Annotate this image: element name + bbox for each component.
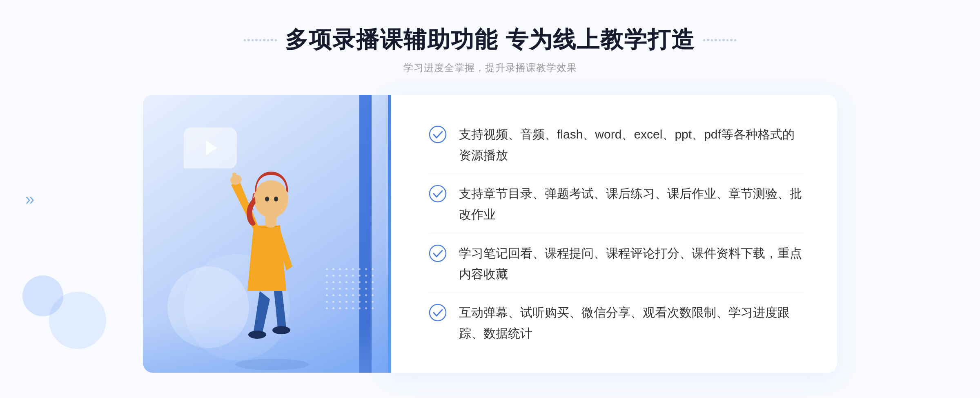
content-area: 支持视频、音频、flash、word、excel、ppt、pdf等各种格式的资源… bbox=[143, 95, 837, 373]
subtitle: 学习进度全掌握，提升录播课教学效果 bbox=[244, 61, 736, 74]
svg-point-12 bbox=[430, 304, 446, 321]
main-title: 多项录播课辅助功能 专为线上教学打造 bbox=[285, 25, 695, 56]
left-stripe bbox=[388, 95, 391, 373]
svg-point-4 bbox=[254, 180, 288, 218]
svg-point-6 bbox=[274, 197, 278, 201]
feature-text-3: 学习笔记回看、课程提问、课程评论打分、课件资料下载，重点内容收藏 bbox=[459, 243, 804, 284]
feature-text-1: 支持视频、音频、flash、word、excel、ppt、pdf等各种格式的资源… bbox=[459, 124, 804, 165]
svg-point-0 bbox=[235, 359, 309, 370]
svg-point-9 bbox=[430, 126, 446, 143]
feature-item-1: 支持视频、音频、flash、word、excel、ppt、pdf等各种格式的资源… bbox=[429, 116, 804, 174]
svg-point-10 bbox=[430, 186, 446, 202]
svg-point-5 bbox=[265, 197, 269, 201]
chevron-left-icon: » bbox=[25, 190, 34, 208]
header-decoration: 多项录播课辅助功能 专为线上教学打造 bbox=[244, 25, 736, 56]
check-icon-1 bbox=[429, 125, 447, 143]
check-icon-4 bbox=[429, 304, 447, 322]
page-container: » 多项录播课辅助功能 专为线上教学打造 学习进度全掌握，提升录播课教学效果 bbox=[0, 0, 980, 398]
feature-text-2: 支持章节目录、弹题考试、课后练习、课后作业、章节测验、批改作业 bbox=[459, 183, 804, 225]
svg-point-11 bbox=[430, 245, 446, 262]
check-icon-2 bbox=[429, 185, 447, 203]
features-card: 支持视频、音频、flash、word、excel、ppt、pdf等各种格式的资源… bbox=[388, 95, 837, 373]
check-icon-3 bbox=[429, 244, 447, 262]
feature-text-4: 互动弹幕、试听购买、微信分享、观看次数限制、学习进度跟踪、数据统计 bbox=[459, 302, 804, 344]
feature-item-4: 互动弹幕、试听购买、微信分享、观看次数限制、学习进度跟踪、数据统计 bbox=[429, 294, 804, 352]
deco-circle-2 bbox=[49, 292, 106, 349]
feature-item-3: 学习笔记回看、课程提问、课程评论打分、课件资料下载，重点内容收藏 bbox=[429, 235, 804, 293]
deco-dots-right bbox=[703, 39, 736, 41]
human-figure-illustration bbox=[207, 136, 337, 373]
svg-point-1 bbox=[248, 331, 266, 339]
svg-point-2 bbox=[272, 326, 290, 334]
feature-item-2: 支持章节目录、弹题考试、课后练习、课后作业、章节测验、批改作业 bbox=[429, 175, 804, 233]
deco-dots-left bbox=[244, 39, 277, 41]
header-section: 多项录播课辅助功能 专为线上教学打造 学习进度全掌握，提升录播课教学效果 bbox=[244, 25, 736, 74]
illustration-card bbox=[143, 95, 388, 373]
